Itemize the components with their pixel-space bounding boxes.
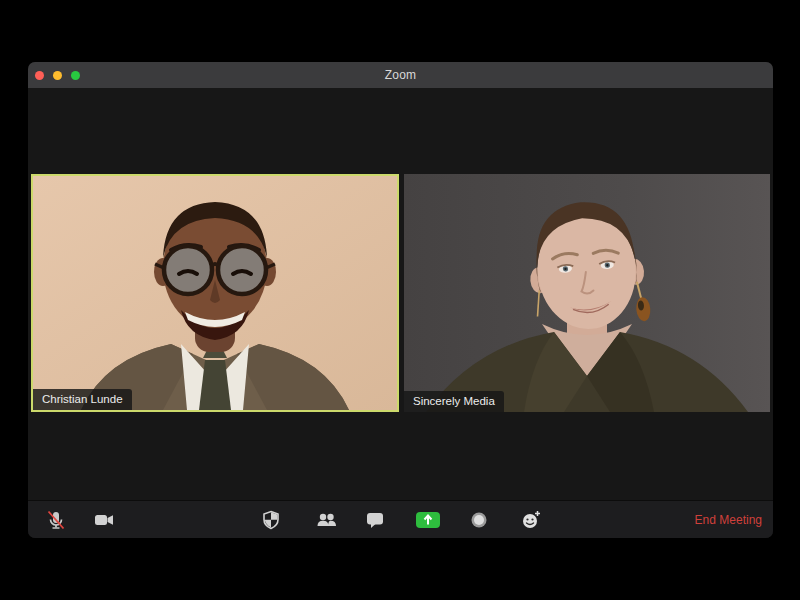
record-button[interactable] bbox=[463, 504, 495, 536]
participant-name-badge: Christian Lunde bbox=[33, 389, 132, 410]
traffic-lights bbox=[35, 71, 80, 80]
fullscreen-window-button[interactable] bbox=[71, 71, 80, 80]
minimize-window-button[interactable] bbox=[53, 71, 62, 80]
share-screen-up-arrow-icon bbox=[415, 511, 441, 529]
mute-button[interactable] bbox=[40, 504, 72, 536]
participants-icon bbox=[315, 510, 337, 530]
reactions-button[interactable] bbox=[515, 504, 547, 536]
video-tile-christian-lunde[interactable]: Christian Lunde bbox=[31, 174, 399, 412]
video-tile-sincerely-media[interactable]: Sincerely Media bbox=[404, 174, 770, 412]
participant-name-badge: Sincerely Media bbox=[404, 391, 504, 412]
video-camera-icon bbox=[93, 509, 115, 531]
video-button[interactable] bbox=[88, 504, 120, 536]
end-meeting-button[interactable]: End Meeting bbox=[695, 501, 762, 538]
close-window-button[interactable] bbox=[35, 71, 44, 80]
participant-video-sincerely-media bbox=[404, 174, 770, 412]
smiley-plus-icon bbox=[520, 509, 542, 531]
chat-button[interactable] bbox=[359, 504, 391, 536]
window-titlebar[interactable]: Zoom bbox=[28, 62, 773, 88]
record-circle-icon bbox=[469, 510, 489, 530]
security-button[interactable] bbox=[255, 504, 287, 536]
window-title: Zoom bbox=[385, 68, 416, 82]
shield-icon bbox=[261, 510, 281, 530]
microphone-muted-icon bbox=[45, 509, 67, 531]
participants-button[interactable] bbox=[310, 504, 342, 536]
meeting-toolbar: End Meeting bbox=[28, 500, 773, 538]
zoom-window: Zoom bbox=[28, 62, 773, 538]
chat-bubble-icon bbox=[365, 510, 385, 530]
video-gallery: Christian Lunde bbox=[28, 88, 773, 500]
participant-video-christian-lunde bbox=[33, 176, 397, 410]
share-screen-button[interactable] bbox=[412, 504, 444, 536]
desktop-background: { "window": { "title": "Zoom" }, "titleb… bbox=[0, 0, 800, 600]
